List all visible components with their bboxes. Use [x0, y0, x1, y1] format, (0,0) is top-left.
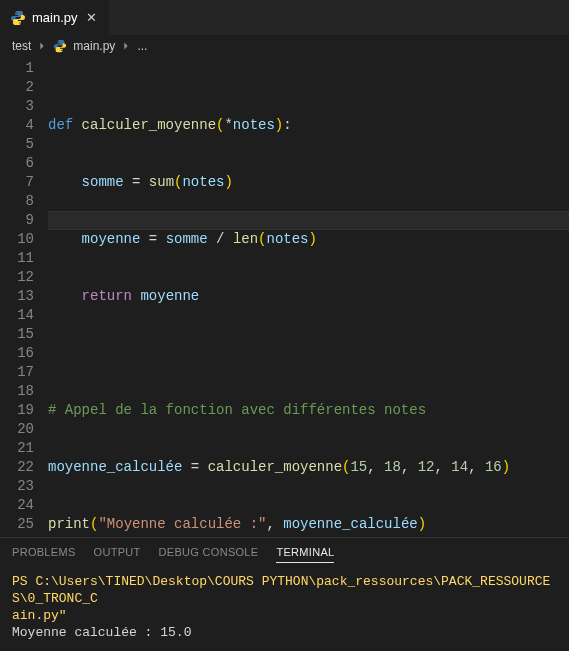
line-number: 19: [0, 401, 34, 420]
line-number: 16: [0, 344, 34, 363]
python-file-icon: [53, 39, 67, 53]
line-number: 12: [0, 268, 34, 287]
line-number: 13: [0, 287, 34, 306]
line-number: 9: [0, 211, 34, 230]
chevron-right-icon: [119, 39, 133, 53]
line-number: 3: [0, 97, 34, 116]
line-number: 25: [0, 515, 34, 534]
line-number: 10: [0, 230, 34, 249]
line-number: 1: [0, 59, 34, 78]
line-number: 4: [0, 116, 34, 135]
bottom-panel: PROBLEMS OUTPUT DEBUG CONSOLE TERMINAL P…: [0, 537, 569, 651]
terminal-output[interactable]: PS C:\Users\TINED\Desktop\COURS PYTHON\p…: [0, 569, 569, 651]
code-area[interactable]: def calculer_moyenne(*notes): somme = su…: [48, 57, 569, 537]
breadcrumb-folder[interactable]: test: [12, 39, 31, 53]
terminal-line: Moyenne calculée : 15.0: [12, 625, 191, 640]
line-number: 8: [0, 192, 34, 211]
tab-terminal[interactable]: TERMINAL: [276, 546, 334, 563]
terminal-line: PS C:\Users\TINED\Desktop\COURS PYTHON\p…: [12, 574, 550, 606]
breadcrumb-more[interactable]: ...: [137, 39, 147, 53]
tab-main-py[interactable]: main.py ✕: [0, 0, 110, 35]
line-number: 24: [0, 496, 34, 515]
line-number: 11: [0, 249, 34, 268]
line-number: 17: [0, 363, 34, 382]
breadcrumb-file[interactable]: main.py: [73, 39, 115, 53]
tab-debug-console[interactable]: DEBUG CONSOLE: [159, 546, 259, 563]
line-number: 14: [0, 306, 34, 325]
tab-label: main.py: [32, 10, 78, 25]
line-number: 6: [0, 154, 34, 173]
tab-problems[interactable]: PROBLEMS: [12, 546, 76, 563]
tab-bar: main.py ✕: [0, 0, 569, 35]
current-line-highlight: [48, 211, 569, 230]
line-number: 20: [0, 420, 34, 439]
line-number: 5: [0, 135, 34, 154]
code-editor[interactable]: 1234567891011121314151617181920212223242…: [0, 57, 569, 537]
panel-tab-bar: PROBLEMS OUTPUT DEBUG CONSOLE TERMINAL: [0, 538, 569, 569]
line-number: 2: [0, 78, 34, 97]
tab-output[interactable]: OUTPUT: [94, 546, 141, 563]
python-file-icon: [10, 10, 26, 26]
chevron-right-icon: [35, 39, 49, 53]
close-icon[interactable]: ✕: [84, 10, 99, 25]
line-number: 21: [0, 439, 34, 458]
terminal-line: ain.py": [12, 608, 67, 623]
line-number: 7: [0, 173, 34, 192]
line-number-gutter: 1234567891011121314151617181920212223242…: [0, 57, 48, 537]
line-number: 18: [0, 382, 34, 401]
line-number: 15: [0, 325, 34, 344]
line-number: 22: [0, 458, 34, 477]
line-number: 23: [0, 477, 34, 496]
breadcrumb: test main.py ...: [0, 35, 569, 57]
